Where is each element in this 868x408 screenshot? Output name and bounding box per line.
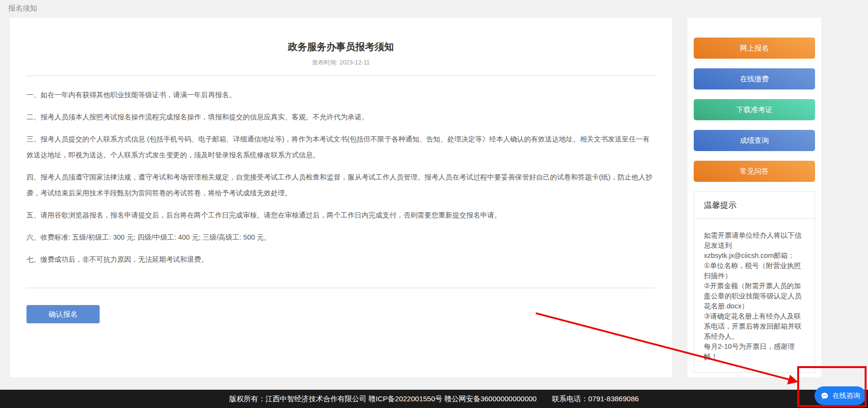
notice-item-7: 七、缴费成功后，非不可抗力原因，无法延期考试和退费。 (26, 252, 655, 268)
divider-bottom (26, 288, 655, 288)
online-consultation-button[interactable]: 在线咨询 (815, 386, 866, 405)
sidebar: 网上报名 在线缴费 下载准考证 成绩查询 常见问答 温馨提示 如需开票请单位经办… (687, 18, 821, 377)
sidebar-button-faq[interactable]: 常见问答 (694, 161, 815, 182)
tips-line-2: xzbsytk.jx@ciicsh.com邮箱： (704, 251, 805, 261)
divider-top (26, 76, 655, 76)
online-consultation-label: 在线咨询 (832, 391, 860, 400)
tips-title: 温馨提示 (694, 192, 815, 219)
footer-bar: 版权所有：江西中智经济技术合作有限公司 赣ICP备2022001550号 赣公网… (0, 390, 868, 408)
notice-item-3: 三、报考人员提交的个人联系方式信息 (包括手机号码、电子邮箱、详细通信地址等)，… (26, 131, 655, 163)
notice-item-5: 五、请用谷歌浏览器报名，报名申请提交后，后台将在两个工作日完成审核。请您在审核通… (26, 207, 655, 223)
footer-phone: 联系电话：0791-83869086 (552, 395, 639, 404)
sidebar-button-online-payment[interactable]: 在线缴费 (694, 68, 815, 89)
publish-date: 发布时间: 2023-12-11 (10, 59, 672, 67)
notice-item-4: 四、报考人员须遵守国家法律法规，遵守考试和考场管理相关规定，自觉接受考试工作人员… (26, 169, 655, 201)
notice-body: 一、如在一年内有获得其他职业技能等级证书，请满一年后再报名。 二、报考人员须本人… (26, 87, 655, 268)
confirm-registration-button[interactable]: 确认报名 (26, 305, 100, 323)
tips-box: 温馨提示 如需开票请单位经办人将以下信息发送到 xzbsytk.jx@ciics… (694, 191, 815, 373)
tips-line-6: 每月2-10号为开票日，感谢理解！ (704, 342, 805, 362)
page-title-breadcrumb: 报名须知 (8, 4, 37, 13)
footer-copyright: 版权所有：江西中智经济技术合作有限公司 赣ICP备2022001550号 赣公网… (229, 395, 537, 404)
tips-line-5: ③请确定花名册上有经办人及联系电话，开票后将发回邮箱并联系经办人。 (704, 311, 805, 342)
notice-item-6: 六、收费标准: 五级/初级工: 300 元; 四级/中级工: 400 元; 三级… (26, 230, 655, 245)
sidebar-button-online-registration[interactable]: 网上报名 (694, 38, 815, 59)
tips-line-1: 如需开票请单位经办人将以下信息发送到 (704, 230, 805, 251)
notice-title: 政务服务办事员报考须知 (10, 40, 672, 53)
sidebar-button-download-admission-ticket[interactable]: 下载准考证 (694, 99, 815, 120)
notice-item-1: 一、如在一年内有获得其他职业技能等级证书，请满一年后再报名。 (26, 87, 655, 103)
sidebar-button-score-query[interactable]: 成绩查询 (694, 130, 815, 151)
chat-bubble-icon (820, 392, 829, 400)
notice-card: 政务服务办事员报考须知 发布时间: 2023-12-11 一、如在一年内有获得其… (10, 18, 672, 377)
tips-line-3: ①单位名称，税号（附营业执照扫描件） (704, 261, 805, 281)
notice-item-2: 二、报考人员须本人按照考试报名操作流程完成报名操作，填报和提交的信息应真实、客观… (26, 109, 655, 125)
tips-body: 如需开票请单位经办人将以下信息发送到 xzbsytk.jx@ciicsh.com… (694, 219, 815, 372)
tips-line-4: ②开票金额（附需开票人员的加盖公章的职业技能等级认定人员花名册.docx） (704, 281, 805, 311)
